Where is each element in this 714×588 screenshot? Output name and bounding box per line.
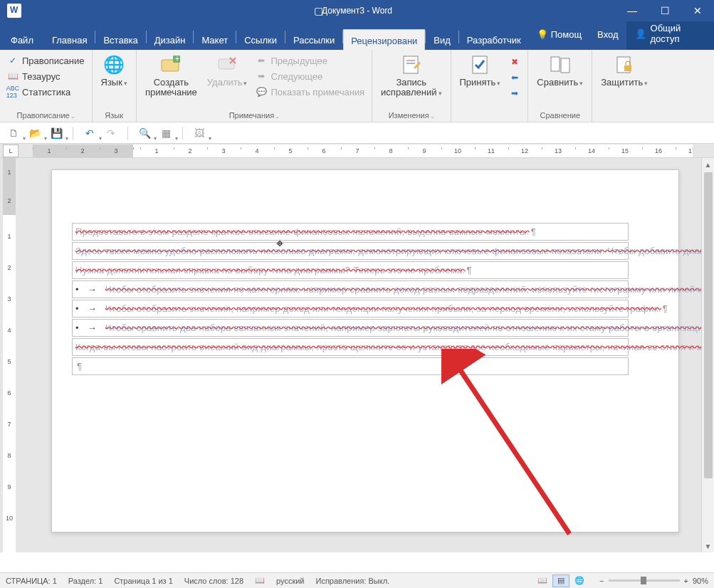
text: Нужна·дополнительная·справка·по·выбору·т…: [75, 265, 465, 275]
status-track-changes[interactable]: Исправления: Выкл.: [316, 577, 390, 585]
compare-icon: [548, 53, 572, 76]
close-button[interactable]: ✕: [681, 0, 714, 21]
window-controls: — ☐ ✕: [616, 0, 714, 21]
protect-button[interactable]: Защитить: [597, 51, 652, 88]
show-comments-button[interactable]: 💬Показать примечания: [253, 84, 367, 100]
tab-selector[interactable]: L: [3, 145, 19, 157]
document-page[interactable]: Предоставьте·в·этом·разделе·краткое·опис…: [51, 169, 679, 532]
vertical-scrollbar[interactable]: ▲ ▼: [701, 158, 714, 552]
show-comments-label: Показать примечания: [271, 87, 364, 98]
text: Предоставьте·в·этом·разделе·краткое·опис…: [75, 226, 530, 237]
maximize-button[interactable]: ☐: [649, 0, 681, 21]
picture-button[interactable]: 🖼▾: [191, 125, 207, 141]
status-page[interactable]: СТРАНИЦА: 1: [6, 577, 57, 585]
reject-button[interactable]: ✖: [506, 54, 523, 70]
open-button[interactable]: 📂▾: [27, 125, 43, 141]
paragraph[interactable]: • → Чтобы·сравнить·два·набора·связанных·…: [72, 319, 629, 337]
paragraph[interactable]: • → Чтобы·отобразить·значения·по·категор…: [72, 280, 629, 298]
status-page-of[interactable]: Страница 1 из 1: [114, 577, 172, 585]
tab-insert[interactable]: Вставка: [95, 28, 145, 51]
tab-design[interactable]: Дизайн: [147, 28, 194, 51]
next-change-button[interactable]: ➡: [506, 85, 523, 101]
ribbon-tabs: Файл Главная Вставка Дизайн Макет Ссылки…: [0, 21, 714, 50]
horizontal-ruler[interactable]: 1231234567891011121314151617: [33, 145, 693, 157]
status-section[interactable]: Раздел: 1: [68, 577, 103, 585]
title-bar: Документ3 - Word ▢ — ☐ ✕: [0, 0, 714, 21]
prev-comment-button[interactable]: ⬅Предыдущее: [253, 53, 367, 68]
document-title: Документ3 - Word: [322, 6, 392, 16]
vertical-ruler[interactable]: 1212345678910: [0, 158, 19, 552]
proofing-status-icon[interactable]: 📖: [255, 576, 265, 585]
next-icon: ➡: [256, 70, 267, 82]
tab-mailings[interactable]: Рассылки: [285, 28, 342, 51]
language-button[interactable]: 🌐 Язык: [97, 51, 132, 88]
ribbon: ✓Правописание 📖Тезаурус ABC123Статистика…: [0, 50, 714, 122]
tab-developer[interactable]: Разработчик: [459, 28, 529, 51]
group-protect: Защитить: [592, 50, 656, 122]
paragraph[interactable]: • → Чтобы·отобразить·значения,·например·…: [72, 300, 629, 317]
prev-icon: ⬅: [256, 55, 267, 66]
next-change-icon: ➡: [509, 88, 520, 99]
tab-review[interactable]: Рецензировани: [343, 29, 425, 51]
tab-file[interactable]: Файл: [0, 28, 44, 51]
tab-layout[interactable]: Макет: [194, 28, 236, 51]
svg-rect-6: [404, 56, 418, 73]
tab-home[interactable]: Главная: [44, 28, 95, 51]
compare-button[interactable]: Сравнить: [532, 51, 587, 88]
tab-view[interactable]: Вид: [426, 28, 458, 51]
paragraph[interactable]: [72, 357, 629, 375]
status-word-count[interactable]: Число слов: 128: [184, 577, 243, 585]
status-bar: СТРАНИЦА: 1 Раздел: 1 Страница 1 из 1 Чи…: [0, 572, 714, 588]
status-language[interactable]: русский: [276, 577, 304, 585]
scroll-up-icon[interactable]: ▲: [702, 158, 714, 171]
spelling-button[interactable]: ✓Правописание: [4, 53, 88, 68]
paragraph[interactable]: Предоставьте·в·этом·разделе·краткое·опис…: [72, 223, 629, 241]
read-mode-button[interactable]: 📖: [534, 574, 551, 587]
save-button[interactable]: 💾▾: [48, 125, 64, 141]
new-comment-button[interactable]: + Создать примечание: [141, 51, 201, 98]
group-protect-label: [597, 110, 652, 122]
zoom-in-button[interactable]: +: [684, 577, 688, 585]
help-label: Помощ: [551, 29, 582, 40]
redo-button[interactable]: ↷: [103, 125, 119, 141]
next-comment-button[interactable]: ➡Следующее: [253, 68, 367, 84]
group-changes: Принять ✖ ⬅ ➡: [451, 50, 529, 122]
group-proofing: ✓Правописание 📖Тезаурус ABC123Статистика…: [0, 50, 93, 122]
print-preview-button[interactable]: 🔍▾: [137, 125, 152, 141]
zoom-slider[interactable]: [609, 579, 680, 582]
tab-references[interactable]: Ссылки: [236, 28, 285, 51]
show-comments-icon: 💬: [256, 86, 267, 98]
zoom-level[interactable]: 90%: [693, 577, 708, 585]
new-doc-button[interactable]: 🗋▾: [6, 125, 21, 141]
web-layout-button[interactable]: 🌐: [571, 574, 588, 587]
person-icon: 👤: [635, 28, 646, 39]
undo-button[interactable]: ↶▾: [82, 125, 98, 141]
zoom-out-button[interactable]: −: [599, 577, 604, 585]
text: Чтобы·отобразить·значения·по·категориям,…: [105, 284, 701, 295]
prev-change-button[interactable]: ⬅: [506, 70, 523, 85]
table-button[interactable]: ▦▾: [158, 125, 174, 141]
spelling-label: Правописание: [22, 56, 85, 66]
scroll-down-icon[interactable]: ▼: [702, 540, 714, 552]
book-icon: 📖: [7, 70, 19, 82]
paragraph[interactable]: Здесь·также·можно·удобно·расположить·нес…: [72, 242, 629, 260]
reject-icon: ✖: [509, 56, 520, 68]
group-language: 🌐 Язык Язык: [93, 50, 137, 122]
paragraph[interactable]: Нужна·дополнительная·справка·по·выбору·т…: [72, 261, 629, 279]
word-count-button[interactable]: ABC123Статистика: [4, 84, 88, 100]
group-compare-label: Сравнение: [532, 110, 587, 122]
share-button[interactable]: 👤Общий доступ: [626, 17, 714, 50]
delete-comment-button[interactable]: Удалить: [203, 51, 252, 88]
track-changes-button[interactable]: Запись исправлений: [377, 51, 446, 98]
scroll-thumb[interactable]: [704, 172, 713, 478]
paragraph[interactable]: Когда·вы·готовы·настроить·внешний·вид·ди…: [72, 338, 629, 356]
svg-rect-13: [624, 65, 631, 71]
text: Чтобы·отобразить·значения,·например·дохо…: [105, 303, 661, 314]
print-layout-button[interactable]: ▤: [552, 574, 569, 587]
accept-button[interactable]: Принять: [456, 51, 505, 88]
comment-delete-icon: [215, 53, 239, 76]
sign-in[interactable]: Вход: [589, 23, 626, 45]
minimize-button[interactable]: —: [616, 0, 649, 21]
thesaurus-button[interactable]: 📖Тезаурус: [4, 68, 88, 84]
tell-me[interactable]: 💡Помощ: [529, 23, 589, 45]
